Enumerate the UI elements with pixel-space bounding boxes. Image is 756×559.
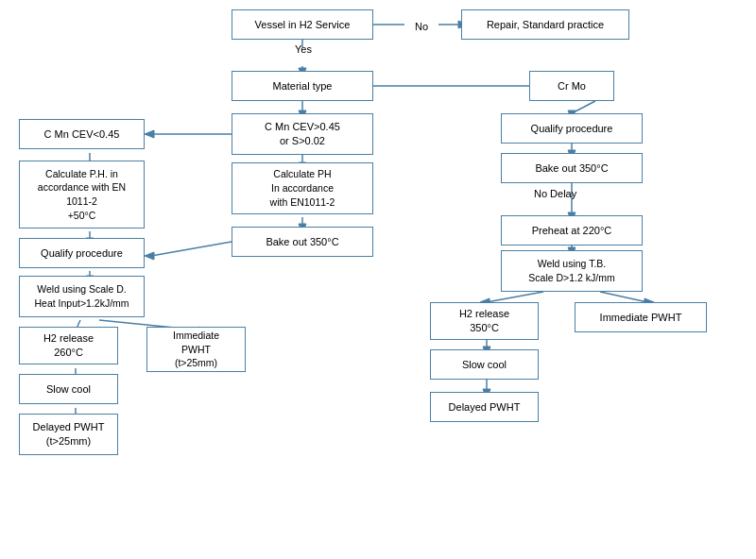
yes-label: Yes — [295, 43, 312, 55]
weld-left-box: Weld using Scale D.Heat Input>1.2kJ/mm — [19, 276, 145, 317]
cmn-high-box: C Mn CEV>0.45or S>0.02 — [232, 113, 373, 155]
immediate-right-box: Immediate PWHT — [575, 302, 707, 332]
svg-line-36 — [487, 292, 543, 302]
nodelay-label: No Delay — [534, 188, 576, 199]
weld-right-box: Weld using T.B.Scale D>1.2 kJ/mm — [501, 250, 643, 292]
repair-box: Repair, Standard practice — [461, 9, 629, 40]
material-type-box: Material type — [232, 71, 373, 101]
slowcool-left-box: Slow cool — [19, 374, 118, 404]
svg-line-38 — [600, 292, 647, 302]
calc-ph2-box: Calculate PHIn accordancewith EN1011-2 — [232, 162, 373, 214]
delayed-right-box: Delayed PWHT — [430, 392, 539, 422]
preheat-box: Preheat at 220°C — [501, 215, 643, 246]
svg-line-26 — [151, 242, 232, 256]
immediate-left-box: ImmediatePWHT(t>25mm) — [146, 327, 246, 372]
h2-right-box: H2 release350°C — [430, 302, 539, 340]
h2-left-box: H2 release260°C — [19, 327, 118, 364]
no-label-box: No — [404, 17, 438, 36]
bakeout-left-box: Bake out 350°C — [232, 227, 373, 257]
svg-marker-11 — [145, 130, 154, 138]
svg-marker-27 — [145, 252, 154, 260]
qualify-left-box: Qualify procedure — [19, 238, 145, 268]
calc-ph-left-box: Calculate P.H. inaccordance with EN1011-… — [19, 161, 145, 229]
vessel-box: Vessel in H2 Service — [232, 9, 373, 40]
delayed-left-box: Delayed PWHT(t>25mm) — [19, 414, 118, 455]
bakeout-right-box: Bake out 350°C — [501, 153, 643, 183]
slowcool-right-box: Slow cool — [430, 349, 539, 380]
cmn-low-box: C Mn CEV<0.45 — [19, 119, 145, 149]
flowchart: Vessel in H2 Service No Repair, Standard… — [0, 0, 756, 559]
svg-line-12 — [572, 101, 595, 113]
qualify-right-box: Qualify procedure — [501, 113, 643, 144]
crmo-box: Cr Mo — [529, 71, 614, 101]
